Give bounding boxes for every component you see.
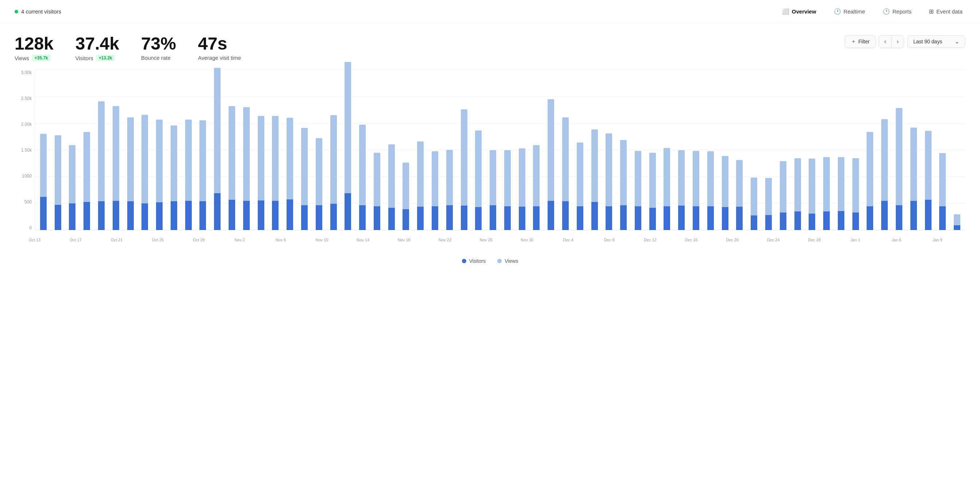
- bar-group: [210, 70, 224, 230]
- bar-views: [432, 151, 438, 206]
- bar-views: [519, 148, 525, 207]
- bar-views: [867, 132, 873, 206]
- bar-views: [736, 160, 743, 207]
- bar-group: [94, 70, 108, 230]
- bar-group: [660, 70, 674, 230]
- bar-group: [849, 70, 862, 230]
- bar-stack: [301, 128, 308, 230]
- bar-visitors: [272, 201, 278, 230]
- nav-overview[interactable]: ⬜ Overview: [779, 6, 819, 16]
- y-label: 1000: [14, 173, 35, 178]
- next-arrow-button[interactable]: ›: [892, 35, 904, 48]
- x-label: Nov 14: [356, 238, 369, 242]
- y-label: 2.00k: [14, 122, 35, 127]
- visitors-value: 37.4k: [75, 35, 119, 53]
- current-visitors-label: 4 current visitors: [21, 8, 61, 14]
- bar-views: [388, 144, 395, 207]
- bar-views: [533, 145, 539, 206]
- bar-visitors: [243, 201, 250, 230]
- bar-group: [370, 70, 384, 230]
- bar-visitors: [751, 215, 757, 230]
- nav-event-data[interactable]: ⊞ Event data: [926, 6, 966, 16]
- bar-views: [577, 143, 583, 206]
- bar-views: [606, 134, 612, 206]
- bar-stack: [925, 131, 932, 230]
- bar-group: [283, 70, 297, 230]
- x-label: Jan 9: [932, 238, 942, 242]
- bar-views: [722, 156, 729, 207]
- bar-group: [153, 70, 166, 230]
- bar-stack: [359, 125, 366, 230]
- bar-group: [327, 70, 340, 230]
- nav-realtime[interactable]: 🕐 Realtime: [831, 6, 868, 16]
- bar-views: [301, 128, 308, 205]
- bar-group: [631, 70, 645, 230]
- bar-stack: [751, 178, 757, 230]
- prev-arrow-button[interactable]: ‹: [879, 35, 891, 48]
- bar-views: [199, 120, 206, 202]
- filter-button[interactable]: ＋ Filter: [845, 35, 876, 48]
- bar-views: [170, 126, 177, 201]
- bar-group: [486, 70, 500, 230]
- bar-stack: [345, 62, 351, 230]
- bar-group: [515, 70, 529, 230]
- bar-views: [794, 158, 801, 212]
- bar-views: [113, 106, 119, 201]
- x-label: Oct 29: [193, 238, 205, 242]
- metric-views: 128k Views +35.7k: [14, 35, 54, 61]
- bar-stack: [504, 150, 511, 230]
- legend: Visitors Views: [0, 258, 980, 264]
- bar-visitors: [55, 205, 61, 230]
- bar-visitors: [562, 201, 569, 230]
- bar-group: [109, 70, 123, 230]
- bar-stack: [142, 115, 148, 230]
- bar-group: [921, 70, 935, 230]
- bar-visitors: [359, 205, 366, 230]
- bar-stack: [113, 106, 119, 230]
- x-label: Dec 20: [726, 238, 739, 242]
- bar-views: [678, 150, 685, 205]
- bar-visitors: [547, 201, 554, 230]
- bar-stack: [547, 99, 554, 230]
- nav-reports[interactable]: 🕐 Reports: [880, 6, 915, 16]
- bar-stack: [258, 116, 264, 230]
- x-label: Oct 17: [70, 238, 81, 242]
- date-range-button[interactable]: Last 90 days ⌄: [907, 35, 966, 48]
- visitors-legend-label: Visitors: [469, 258, 486, 264]
- metric-avg-visit: 47s Average visit time: [198, 35, 241, 61]
- y-label: 500: [14, 199, 35, 205]
- bar-stack: [40, 134, 47, 230]
- bar-visitors: [170, 201, 177, 230]
- bar-group: [355, 70, 369, 230]
- nav-realtime-label: Realtime: [844, 8, 865, 14]
- bar-group: [747, 70, 761, 230]
- bar-visitors: [229, 200, 235, 230]
- visitors-label: Visitors: [75, 55, 93, 61]
- reports-icon: 🕐: [883, 8, 890, 15]
- bar-group: [878, 70, 891, 230]
- chart-inner: [35, 70, 966, 231]
- bar-views: [243, 107, 250, 201]
- bar-views: [649, 153, 656, 208]
- x-label: Nov 6: [275, 238, 286, 242]
- bar-visitors: [533, 206, 539, 230]
- avg-visit-value: 47s: [198, 35, 241, 53]
- bar-stack: [214, 68, 221, 230]
- y-label: 2.50k: [14, 96, 35, 101]
- x-label: Nov 30: [520, 238, 533, 242]
- bar-stack: [243, 107, 250, 230]
- bar-stack: [939, 153, 946, 230]
- main-nav: ⬜ Overview 🕐 Realtime 🕐 Reports ⊞ Event …: [779, 6, 966, 16]
- bar-visitors: [69, 204, 75, 230]
- bar-stack: [838, 157, 845, 230]
- bar-views: [40, 134, 47, 197]
- bar-views: [490, 150, 496, 205]
- bar-stack: [199, 120, 206, 230]
- bar-visitors: [83, 202, 90, 230]
- bar-stack: [98, 101, 105, 230]
- bar-group: [385, 70, 398, 230]
- bar-stack: [330, 115, 337, 230]
- bar-visitors: [490, 205, 496, 230]
- avg-visit-label: Average visit time: [198, 55, 241, 61]
- y-label: 3.00k: [14, 70, 35, 75]
